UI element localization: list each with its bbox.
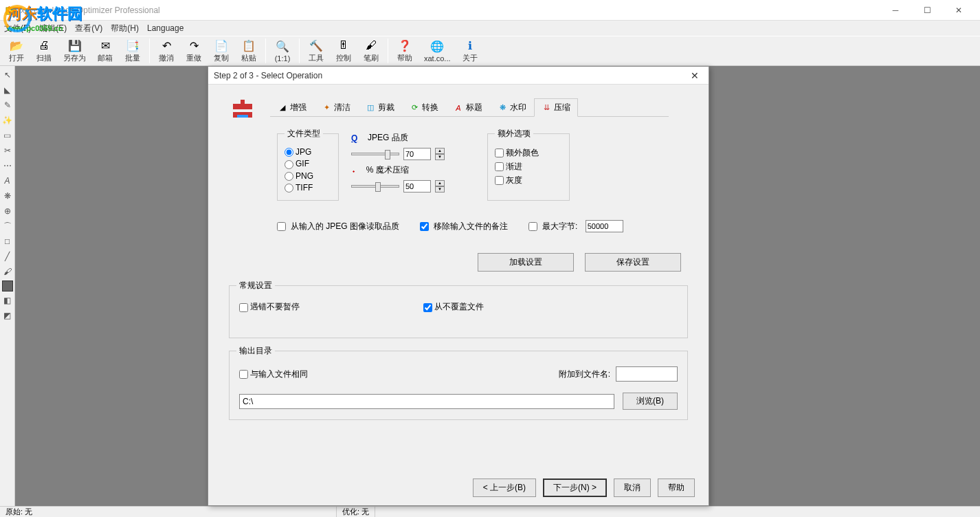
tool-curve[interactable]: ⌒ xyxy=(1,220,14,232)
brush-button[interactable]: 🖌笔刷 xyxy=(357,37,385,65)
xat-button[interactable]: 🌐xat.co... xyxy=(419,38,456,64)
cancel-button[interactable]: 取消 xyxy=(614,478,651,497)
open-button[interactable]: 📂打开 xyxy=(3,37,30,65)
tool-fill[interactable]: ◣ xyxy=(1,84,14,96)
undo-button[interactable]: ↶撤消 xyxy=(153,37,180,65)
max-bytes-input[interactable] xyxy=(586,220,623,232)
output-path-input[interactable] xyxy=(239,394,614,409)
folder-open-icon: 📂 xyxy=(10,38,23,52)
tool-crop[interactable]: ✂ xyxy=(1,144,14,157)
tab-title[interactable]: A标题 xyxy=(446,98,490,116)
watermark-icon: ❋ xyxy=(498,103,507,113)
operation-tabs: ◢增强 ✦清洁 ◫剪裁 ⟳转换 A标题 ❋水印 ⇊压缩 xyxy=(270,98,669,117)
menu-edit[interactable]: 编辑(E) xyxy=(39,23,67,34)
statusbar: 原始: 无 优化: 无 xyxy=(0,506,980,517)
swatch-toggle[interactable]: ◧ xyxy=(1,294,14,307)
check-progressive[interactable]: 渐进 xyxy=(495,161,562,173)
general-settings-fieldset: 常规设置 遇错不要暂停 从不覆盖文件 xyxy=(229,280,688,338)
jpeg-quality-label: JPEG 品质 xyxy=(368,132,408,144)
paste-icon: 📋 xyxy=(242,38,256,52)
magic-compress-label: % 魔术压缩 xyxy=(366,164,409,176)
color-swatch[interactable] xyxy=(2,280,13,292)
save-settings-button[interactable]: 保存设置 xyxy=(585,253,681,272)
output-legend: 输出目录 xyxy=(236,345,275,357)
dialog-close-button[interactable]: ✕ xyxy=(687,69,703,82)
menu-file[interactable]: 文件(F) xyxy=(4,23,31,34)
maximize-button[interactable]: ☐ xyxy=(911,0,943,21)
help-button[interactable]: ❓帮助 xyxy=(391,37,419,65)
check-remove-comments[interactable]: 移除输入文件的备注 xyxy=(420,220,508,232)
check-same-as-input[interactable]: 与输入文件相同 xyxy=(239,368,559,380)
scanner-icon: 🖨 xyxy=(37,38,51,52)
zoom-button[interactable]: 🔍(1:1) xyxy=(269,38,296,64)
radio-png[interactable]: PNG xyxy=(285,171,331,181)
tab-compress[interactable]: ⇊压缩 xyxy=(534,98,578,117)
menu-help[interactable]: 帮助(H) xyxy=(111,23,139,34)
title-icon: A xyxy=(454,103,463,113)
saveas-button[interactable]: 💾另存为 xyxy=(58,37,91,65)
batch-button[interactable]: 📑批量 xyxy=(119,37,146,65)
tool-more[interactable]: ⋯ xyxy=(1,160,14,172)
redo-button[interactable]: ↷重做 xyxy=(180,37,208,65)
tool-brush2[interactable]: 🖌 xyxy=(1,265,14,278)
toolbar-separator xyxy=(149,38,150,63)
mail-button[interactable]: ✉邮箱 xyxy=(91,37,119,65)
browse-button[interactable]: 浏览(B) xyxy=(623,393,678,410)
wizard-dialog: Step 2 of 3 - Select Operation ✕ ◢增强 ✦清洁… xyxy=(208,66,709,506)
radio-jpg[interactable]: JPG xyxy=(285,147,331,157)
check-extra-color[interactable]: 额外颜色 xyxy=(495,147,562,159)
radio-tiff[interactable]: TIFF xyxy=(285,183,331,192)
tool-rect[interactable]: □ xyxy=(1,235,14,248)
app-icon xyxy=(5,5,16,16)
tools-button[interactable]: 🔨工具 xyxy=(302,37,330,65)
jpeg-quality-spinner[interactable]: ▲▼ xyxy=(435,148,445,160)
tool-clone[interactable]: ⊕ xyxy=(1,205,14,217)
tab-watermark[interactable]: ❋水印 xyxy=(490,98,534,116)
radio-gif[interactable]: GIF xyxy=(285,159,331,168)
back-button[interactable]: < 上一步(B) xyxy=(473,478,536,497)
help-icon: ❓ xyxy=(398,38,412,52)
tab-crop[interactable]: ◫剪裁 xyxy=(358,98,402,116)
crop-icon: ◫ xyxy=(366,103,375,113)
suffix-label: 附加到文件名: xyxy=(559,368,610,380)
jpeg-quality-slider[interactable] xyxy=(351,153,399,155)
magic-compress-input[interactable] xyxy=(403,180,431,192)
about-button[interactable]: ℹ关于 xyxy=(456,37,484,65)
menubar: 文件(F) 编辑(E) 查看(V) 帮助(H) Language xyxy=(0,21,980,36)
tool-image[interactable]: ▭ xyxy=(1,129,14,142)
menu-view[interactable]: 查看(V) xyxy=(75,23,102,34)
dialog-help-button[interactable]: 帮助 xyxy=(658,478,695,497)
tool-line[interactable]: ╱ xyxy=(1,250,14,263)
tab-clean[interactable]: ✦清洁 xyxy=(314,98,358,116)
next-button[interactable]: 下一步(N) > xyxy=(543,478,607,497)
check-no-pause[interactable]: 遇错不要暂停 xyxy=(239,301,300,313)
window-titlebar: xat.com Image Optimizer Professional ─ ☐… xyxy=(0,0,980,21)
tool-wand[interactable]: ✨ xyxy=(1,114,14,126)
jpeg-quality-input[interactable] xyxy=(403,148,431,160)
tool-text[interactable]: A xyxy=(1,175,14,187)
compress-icon: ⇊ xyxy=(542,103,551,113)
menu-language[interactable]: Language xyxy=(147,23,183,33)
swatch-reset[interactable]: ◩ xyxy=(1,309,14,322)
convert-icon: ⟳ xyxy=(410,103,419,113)
tool-spray[interactable]: ❋ xyxy=(1,190,14,202)
tool-eyedrop[interactable]: ✎ xyxy=(1,99,14,111)
control-button[interactable]: 🎚控制 xyxy=(330,37,357,65)
magic-compress-slider[interactable] xyxy=(351,185,399,188)
close-button[interactable]: ✕ xyxy=(943,0,975,21)
tab-convert[interactable]: ⟳转换 xyxy=(402,98,446,116)
copy-button[interactable]: 📄复制 xyxy=(208,37,235,65)
check-read-quality[interactable]: 从输入的 JPEG 图像读取品质 xyxy=(277,220,399,232)
paste-button[interactable]: 📋粘贴 xyxy=(235,37,263,65)
load-settings-button[interactable]: 加载设置 xyxy=(478,253,574,272)
minimize-button[interactable]: ─ xyxy=(880,0,911,21)
check-grayscale[interactable]: 灰度 xyxy=(495,175,562,186)
tab-enhance[interactable]: ◢增强 xyxy=(270,98,314,116)
scan-button[interactable]: 🖨扫描 xyxy=(30,37,58,65)
tool-pointer[interactable]: ↖ xyxy=(1,69,14,81)
check-max-bytes[interactable]: 最大字节: xyxy=(528,220,623,232)
suffix-input[interactable] xyxy=(616,366,678,382)
check-no-overwrite[interactable]: 从不覆盖文件 xyxy=(423,301,484,313)
globe-icon: 🌐 xyxy=(430,40,444,54)
magic-compress-spinner[interactable]: ▲▼ xyxy=(435,180,445,192)
